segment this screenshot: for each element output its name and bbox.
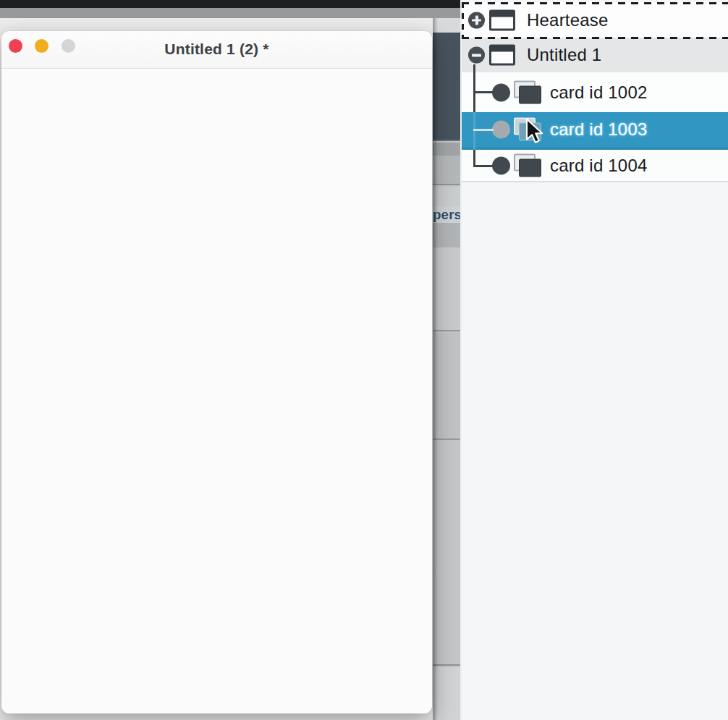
background-window-fragment [433, 247, 460, 331]
card-bullet-icon [492, 121, 510, 139]
background-window-fragment [433, 223, 460, 247]
plus-icon[interactable] [468, 12, 485, 28]
minus-icon[interactable] [468, 47, 485, 64]
tree-row-label: Heartease [527, 10, 609, 30]
card-bullet-icon [492, 156, 510, 174]
background-window-fragment [433, 143, 460, 156]
top-dark-bar [0, 0, 462, 8]
drop-indicator-bottom [462, 37, 728, 39]
drop-indicator-left [462, 2, 464, 39]
tree-row-label: card id 1004 [550, 156, 648, 176]
background-window-titlebar-fragment [433, 18, 460, 33]
tree-line-vertical [473, 112, 475, 150]
card-bullet-icon [492, 83, 510, 101]
tree-line-branch [473, 129, 494, 131]
tree-line-vertical [473, 64, 475, 112]
window-title: Untitled 1 (2) * [1, 41, 432, 58]
background-window-fragment [433, 333, 460, 440]
tree-row-stack-heartease[interactable]: Heartease [462, 2, 728, 38]
tree-row-stack-untitled-1[interactable]: Untitled 1 [462, 38, 728, 72]
stack-window-icon [489, 9, 515, 30]
background-window-strip[interactable]: pers [433, 18, 460, 720]
tree-row-card-1002[interactable]: card id 1002 [462, 72, 728, 112]
project-browser-panel: Heartease Untitled 1 card id 1002 card i… [460, 0, 728, 720]
tree-row-label: card id 1003 [550, 119, 648, 140]
card-icon [512, 80, 542, 104]
card-canvas[interactable] [1, 69, 432, 713]
stack-window-untitled-1: Untitled 1 (2) * [1, 31, 432, 713]
background-window-fragment [433, 187, 460, 206]
tree-line-branch [473, 165, 494, 167]
screen: pers Untitled 1 (2) * Heartease [0, 0, 728, 720]
drop-indicator-top [462, 2, 728, 4]
arrow-cursor-icon [525, 118, 546, 145]
stack-window-icon [489, 45, 515, 66]
window-titlebar[interactable]: Untitled 1 (2) * [1, 31, 432, 69]
tree-row-card-1003-selected[interactable]: card id 1003 [462, 112, 728, 150]
background-window-fragment [433, 156, 460, 185]
card-icon [512, 153, 542, 177]
tree-row-label: Untitled 1 [527, 45, 601, 65]
background-window-fragment [433, 441, 460, 666]
tree-row-label: card id 1002 [550, 82, 648, 103]
tree-line-branch [473, 91, 494, 93]
clipped-link-text: pers [433, 206, 460, 223]
background-window-fragment [433, 667, 460, 720]
tree-row-card-1004[interactable]: card id 1004 [462, 150, 728, 182]
menu-bar [0, 8, 462, 18]
background-window-dark-fragment [433, 33, 460, 141]
